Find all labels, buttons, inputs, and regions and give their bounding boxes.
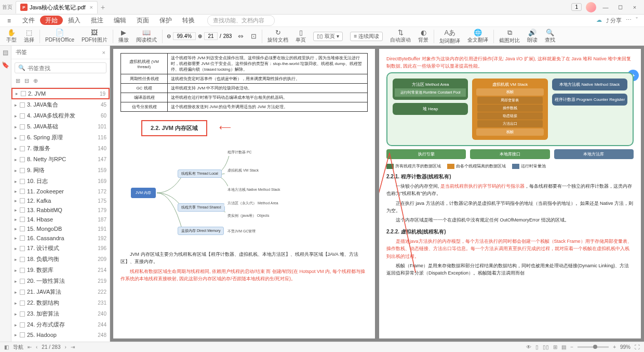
document-name: Java核心成长笔记.pdf [30, 4, 86, 11]
avatar[interactable] [586, 2, 596, 12]
bookmark-item[interactable]: ▸2. JVM19 [11, 88, 110, 99]
bookmark-item[interactable]: ▸18. 负载均衡209 [11, 254, 110, 265]
menu-6[interactable]: 保护 [154, 16, 177, 25]
zoom-value[interactable]: 99.4% [173, 32, 196, 40]
bookmark-item[interactable]: ▸8. Netty 与RPC147 [11, 154, 110, 165]
menu-7[interactable]: 转换 [177, 16, 200, 25]
read-aloud[interactable]: 🔊朗读 [524, 29, 541, 44]
double-page[interactable]: ▯▯ 双页 ▾ [310, 32, 346, 41]
bookmark-item[interactable]: ▸21. JAVA算法222 [11, 286, 110, 297]
home-tab[interactable]: 首页 [0, 0, 15, 15]
hover-translate[interactable]: Aあ划词翻译 [436, 28, 463, 45]
background[interactable]: ◐背景 [415, 29, 432, 44]
view-mode-5-icon[interactable]: ▤ [561, 344, 566, 350]
status-zoom-in-icon[interactable]: + [613, 344, 616, 350]
minimize-icon[interactable]: — [600, 2, 611, 12]
add-bookmark-icon[interactable]: ⊕ [33, 77, 38, 84]
new-tab-button[interactable]: + [101, 3, 105, 11]
status-zoom-out-icon[interactable]: − [570, 344, 573, 350]
document-tab[interactable]: P Java核心成长笔记.pdf × [16, 1, 98, 14]
fullscreen-icon[interactable]: ⛶ [635, 344, 640, 350]
next-page-icon[interactable]: › [65, 344, 66, 350]
zoom-out-icon[interactable]: ⊖ [167, 33, 171, 39]
bookmark-panel: 书签 × 🔍 ⊞ ⊟ ⊕ ▸2. JVM19▸3. JAVA集合45▸4. JA… [11, 46, 110, 342]
bookmark-item[interactable]: ▸14. Hbase187 [11, 215, 110, 224]
hand-tool[interactable]: ✋手型 [3, 29, 20, 44]
search-box[interactable]: 查找功能、文档内容 [207, 15, 275, 26]
share-button[interactable]: ⤴ 分享 [606, 17, 622, 24]
notification-counter[interactable]: 1 [571, 3, 582, 11]
document-viewport[interactable]: 虚拟机线程 (VM thread)这个线程等待 JVM 到达安全点操作出现。这些… [110, 46, 644, 342]
menu-2[interactable]: 插入 [63, 16, 86, 25]
bookmark-item[interactable]: ▸7. 微服务140 [11, 143, 110, 154]
menu-1[interactable]: 开始 [40, 16, 63, 25]
view-mode-4-icon[interactable]: ⊞ [553, 344, 557, 350]
bookmarks-icon[interactable]: 🔖 [2, 61, 9, 69]
close-panel-icon[interactable]: × [102, 49, 105, 56]
pdf-to-image[interactable]: 🖼PDF转图片 [78, 29, 111, 44]
bookmark-item[interactable]: ▸24. 分布式缓存244 [11, 319, 110, 330]
auto-scroll[interactable]: ⇅自动滚动 [387, 29, 414, 44]
last-page-icon[interactable]: ⇥ [71, 344, 75, 350]
zoom-in-icon[interactable]: ⊕ [198, 33, 202, 39]
bookmark-item[interactable]: ▸4. JAVA多线程并发60 [11, 110, 110, 121]
collapse-all-icon[interactable]: ⊟ [24, 77, 29, 84]
cloud-sync-icon[interactable]: ☁ [596, 17, 602, 24]
close-tab-icon[interactable]: × [90, 4, 93, 10]
find[interactable]: 🔍查找 [542, 29, 558, 44]
single-page[interactable]: ▯单页 [292, 29, 309, 44]
bookmark-item[interactable]: ▸10. 日志169 [11, 176, 110, 187]
continuous[interactable]: ≡ 连续阅读 [347, 32, 386, 41]
more-icon[interactable]: ⋯ [626, 17, 632, 24]
bookmark-item[interactable]: ▸12. Kafka175 [11, 196, 110, 205]
fit-width[interactable]: ⇔ [235, 32, 247, 40]
view-mode-3-icon[interactable]: ▯▯ [543, 344, 549, 350]
fit-page[interactable]: ⊡ [248, 32, 260, 40]
bookmark-item[interactable]: ▸17. 设计模式196 [11, 243, 110, 254]
pdf-to-office[interactable]: 📄PDF转Office [42, 29, 77, 44]
close-window-icon[interactable]: × [629, 2, 640, 12]
expand-all-icon[interactable]: ⊞ [16, 77, 20, 84]
bookmark-search-input[interactable] [28, 65, 103, 71]
bookmark-item[interactable]: ▸3. JAVA集合45 [11, 99, 110, 110]
page-input[interactable]: 21 [204, 32, 218, 40]
bookmark-item[interactable]: ▸20. 一致性算法219 [11, 276, 110, 286]
thumbnails-icon[interactable]: ▤ [3, 49, 8, 56]
bookmark-item[interactable]: ▸25. Hadoop248 [11, 330, 110, 340]
view-mode-2-icon[interactable]: ▯ [535, 344, 539, 350]
bookmark-item[interactable]: ▸23. 加密算法240 [11, 308, 110, 319]
bookmark-item[interactable]: ▸9. 网络159 [11, 165, 110, 176]
page-left: 虚拟机线程 (VM thread)这个线程等待 JVM 到达安全点操作出现。这些… [113, 49, 375, 338]
menu-0[interactable]: 文件 [17, 16, 40, 25]
view-mode-1-icon[interactable]: 👁 [526, 344, 531, 350]
rotate[interactable]: ↻旋转文档 [264, 29, 291, 44]
bookmark-item[interactable]: ▸15. MongoDB191 [11, 224, 110, 233]
bookmark-item[interactable]: ▸16. Cassandra192 [11, 233, 110, 243]
menu-4[interactable]: 编辑 [109, 16, 131, 25]
screenshot-compare[interactable]: ⧉截图对比 [496, 29, 523, 44]
bookmark-search[interactable]: 🔍 [15, 62, 106, 73]
bookmark-item[interactable]: ▸5. JAVA基础101 [11, 121, 110, 132]
select-tool[interactable]: ⬚选择 [21, 29, 37, 44]
play-button[interactable]: ▶播放 [115, 29, 132, 44]
bookmark-item[interactable]: ▸19. 数据库214 [11, 265, 110, 276]
prev-page-icon[interactable]: ‹ [36, 344, 37, 350]
menu-5[interactable]: 页面 [131, 16, 154, 25]
read-mode[interactable]: 📖阅读模式 [133, 29, 160, 44]
bookmark-item[interactable]: ▸6. Spring 原理116 [11, 132, 110, 143]
bookmark-item[interactable]: ▸11. Zookeeper172 [11, 187, 110, 196]
collapse-ribbon-icon[interactable]: ˇ [636, 17, 638, 24]
status-page[interactable]: 21 / 283 [42, 344, 60, 350]
menu-3[interactable]: 批注 [86, 16, 109, 25]
zoom-slider[interactable] [578, 346, 609, 348]
full-translate[interactable]: 🌐全文翻译 [464, 29, 491, 44]
menu-dropdown[interactable]: ≡ [2, 16, 16, 25]
bookmark-item[interactable]: ▸13. RabbitMQ179 [11, 205, 110, 215]
bookmark-item[interactable]: ▸26. Spark257 [11, 340, 110, 342]
bookmark-item[interactable]: ▸22. 数据结构231 [11, 297, 110, 308]
titlebar: 首页 P Java核心成长笔记.pdf × + 1 — ◻ × [0, 0, 644, 15]
first-page-icon[interactable]: ⇤ [28, 344, 32, 350]
restore-icon[interactable]: ◻ [615, 2, 625, 12]
mm-root: JVM 内存 [131, 188, 156, 198]
nav-toggle-icon[interactable]: ◧ [4, 344, 9, 350]
